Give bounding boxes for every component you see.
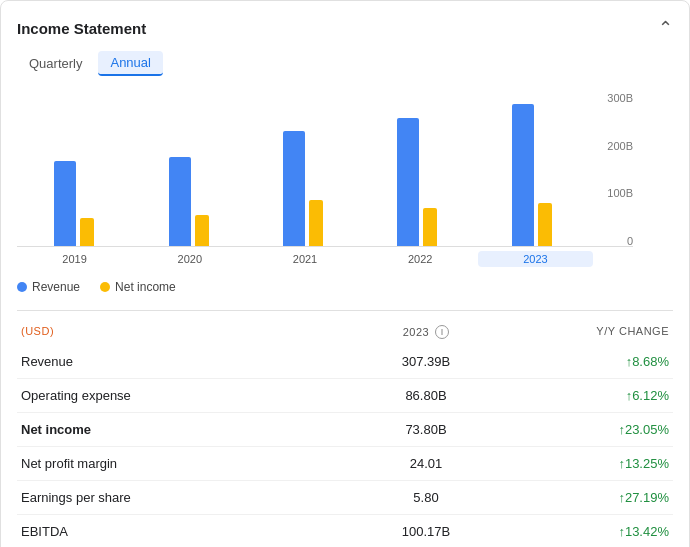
row-change-ebitda: ↑13.42%	[507, 524, 669, 539]
row-value-opex: 86.80B	[345, 388, 507, 403]
table-row: Net profit margin 24.01 ↑13.25%	[17, 447, 673, 481]
row-label-revenue: Revenue	[21, 354, 345, 369]
bar-group-2019[interactable]	[17, 92, 131, 246]
table-row: Operating expense 86.80B ↑6.12%	[17, 379, 673, 413]
x-label-2021[interactable]: 2021	[247, 251, 362, 267]
row-change-margin: ↑13.25%	[507, 456, 669, 471]
table-row: Net income 73.80B ↑23.05%	[17, 413, 673, 447]
x-axis: 2019 2020 2021 2022 2023	[17, 251, 633, 267]
table-col-change: Y/Y CHANGE	[507, 325, 669, 339]
table-col-usd: (USD)	[21, 325, 345, 339]
info-icon[interactable]: i	[435, 325, 449, 339]
bar-revenue-2022	[397, 118, 419, 246]
income-statement-card: Income Statement ⌃ Quarterly Annual	[0, 0, 690, 547]
bar-group-2023[interactable]	[475, 92, 589, 246]
card-header: Income Statement ⌃	[17, 17, 673, 39]
tab-annual[interactable]: Annual	[98, 51, 162, 76]
bar-income-2023	[538, 203, 552, 246]
row-value-revenue: 307.39B	[345, 354, 507, 369]
chart-area: 300B 200B 100B 0 2019 2020 2021 2022 202…	[17, 92, 673, 272]
row-value-margin: 24.01	[345, 456, 507, 471]
bar-revenue-2023	[512, 104, 534, 246]
bar-revenue-2021	[283, 131, 305, 247]
table-row: EBITDA 100.17B ↑13.42%	[17, 515, 673, 547]
bar-group-2020[interactable]	[131, 92, 245, 246]
legend-net-income: Net income	[100, 280, 176, 294]
row-label-margin: Net profit margin	[21, 456, 345, 471]
y-label-200: 200B	[607, 140, 633, 152]
tab-group: Quarterly Annual	[17, 51, 673, 76]
bar-income-2022	[423, 208, 437, 247]
row-value-net-income: 73.80B	[345, 422, 507, 437]
legend-revenue: Revenue	[17, 280, 80, 294]
legend-label-revenue: Revenue	[32, 280, 80, 294]
row-label-ebitda: EBITDA	[21, 524, 345, 539]
bar-income-2021	[309, 200, 323, 246]
x-label-2023[interactable]: 2023	[478, 251, 593, 267]
table-row: Revenue 307.39B ↑8.68%	[17, 345, 673, 379]
bar-group-2021[interactable]	[246, 92, 360, 246]
bar-group-2022[interactable]	[360, 92, 474, 246]
legend-dot-revenue	[17, 282, 27, 292]
legend-dot-income	[100, 282, 110, 292]
y-label-100: 100B	[607, 187, 633, 199]
row-change-eps: ↑27.19%	[507, 490, 669, 505]
y-label-300: 300B	[607, 92, 633, 104]
chart-legend: Revenue Net income	[17, 280, 673, 294]
x-label-2020[interactable]: 2020	[132, 251, 247, 267]
table-col-year: 2023	[403, 326, 429, 338]
row-change-net-income: ↑23.05%	[507, 422, 669, 437]
y-label-0: 0	[627, 235, 633, 247]
row-label-net-income: Net income	[21, 422, 345, 437]
row-change-revenue: ↑8.68%	[507, 354, 669, 369]
bar-revenue-2019	[54, 161, 76, 246]
bar-income-2020	[195, 215, 209, 246]
divider	[17, 310, 673, 311]
table-row: Earnings per share 5.80 ↑27.19%	[17, 481, 673, 515]
card-title: Income Statement	[17, 20, 146, 37]
x-label-2019[interactable]: 2019	[17, 251, 132, 267]
row-label-eps: Earnings per share	[21, 490, 345, 505]
row-value-ebitda: 100.17B	[345, 524, 507, 539]
bar-revenue-2020	[169, 157, 191, 246]
legend-label-income: Net income	[115, 280, 176, 294]
row-label-opex: Operating expense	[21, 388, 345, 403]
row-change-opex: ↑6.12%	[507, 388, 669, 403]
bar-income-2019	[80, 218, 94, 246]
collapse-button[interactable]: ⌃	[658, 17, 673, 39]
tab-quarterly[interactable]: Quarterly	[17, 51, 94, 76]
row-value-eps: 5.80	[345, 490, 507, 505]
x-label-2022[interactable]: 2022	[363, 251, 478, 267]
table-header: (USD) 2023 i Y/Y CHANGE	[17, 319, 673, 345]
